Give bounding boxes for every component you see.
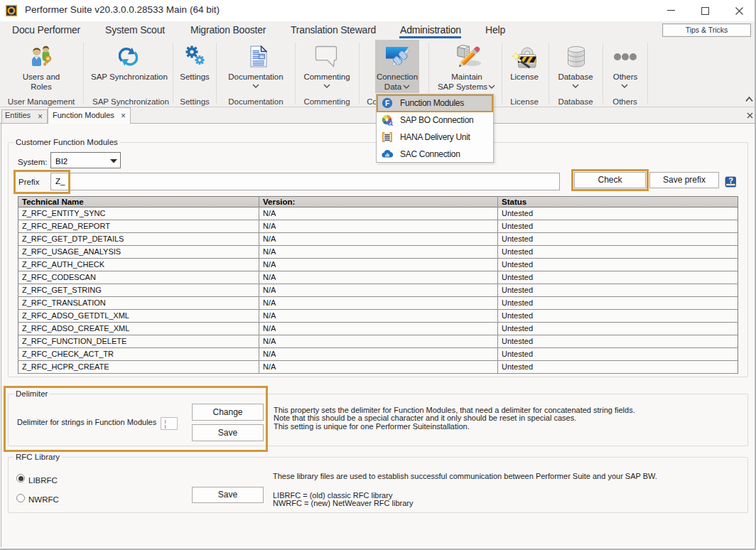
svg-text:?: ? (728, 176, 733, 185)
svg-text:F: F (385, 99, 390, 107)
